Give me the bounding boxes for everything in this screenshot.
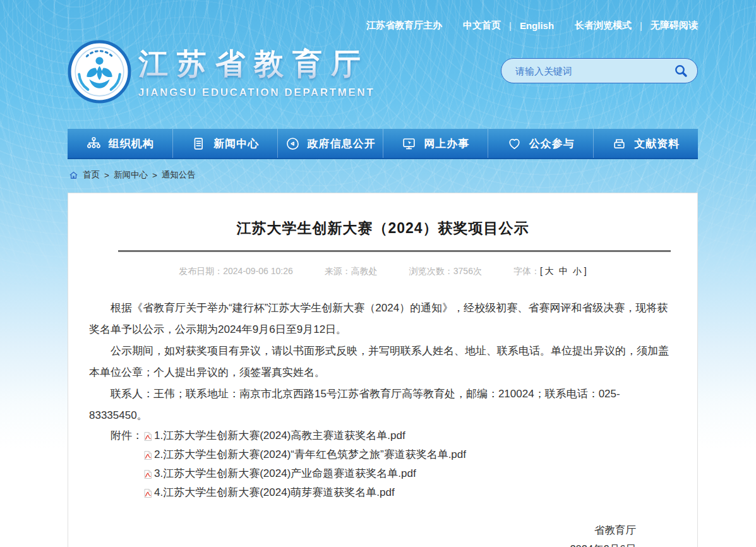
nav-item-label: 网上办事 <box>424 136 469 151</box>
publish-date: 发布日期：2024-09-06 10:26 <box>179 266 293 277</box>
attachment-name: 4.江苏大学生创新大赛(2024)萌芽赛道获奖名单.pdf <box>154 483 395 502</box>
paragraph-objection: 公示期间，如对获奖项目有异议，请以书面形式反映，并写明联系人姓名、地址、联系电话… <box>89 340 676 383</box>
attachment-row: 2.江苏大学生创新大赛(2024)“青年红色筑梦之旅”赛道获奖名单.pdf <box>89 445 676 464</box>
sitemap-icon <box>86 136 102 152</box>
nav-item-news-center[interactable]: 新闻中心 <box>173 129 279 158</box>
source: 来源：高教处 <box>325 266 378 277</box>
topbar-accessibility-group: 长者浏览模式 | 无障碍阅读 <box>575 20 698 32</box>
attachment-link-3[interactable]: 3.江苏大学生创新大赛(2024)产业命题赛道获奖名单.pdf <box>143 464 416 483</box>
signature-org: 省教育厅 <box>89 520 636 539</box>
attachments-label: 附件： <box>111 426 143 445</box>
topbar-accessibility-link[interactable]: 无障碍阅读 <box>651 20 698 32</box>
paragraph-basis: 根据《省教育厅关于举办“建行杯”江苏大学生创新大赛（2024）的通知》，经校级初… <box>89 298 676 340</box>
font-size-control: 字体：[大中小] <box>513 266 587 277</box>
site-header: 江苏省教育厅 JIANGSU EDUCATION DEPARTMENT <box>68 38 698 126</box>
pdf-icon <box>143 488 153 498</box>
site-title-block: 江苏省教育厅 JIANGSU EDUCATION DEPARTMENT <box>138 44 375 99</box>
paragraph-contact: 联系人：王伟；联系地址：南京市北京西路15号江苏省教育厅高等教育处，邮编：210… <box>89 383 676 426</box>
topbar-elder-mode-link[interactable]: 长者浏览模式 <box>575 20 632 32</box>
title-divider <box>118 250 671 252</box>
disclosure-icon <box>285 136 301 152</box>
font-size-small-button[interactable]: 小 <box>573 266 582 276</box>
font-size-medium-button[interactable]: 中 <box>559 266 568 276</box>
topbar-chinese-home-link[interactable]: 中文首页 <box>463 20 501 32</box>
breadcrumb: 首页 > 新闻中心 > 通知公告 <box>69 169 196 181</box>
article-panel: 江苏大学生创新大赛（2024）获奖项目公示 发布日期：2024-09-06 10… <box>68 193 698 547</box>
news-icon <box>191 136 207 152</box>
attachment-row: 4.江苏大学生创新大赛(2024)萌芽赛道获奖名单.pdf <box>89 483 676 502</box>
attachment-link-4[interactable]: 4.江苏大学生创新大赛(2024)萌芽赛道获奖名单.pdf <box>143 483 395 502</box>
separator: | <box>640 20 642 31</box>
nav-item-label: 公众参与 <box>529 136 575 151</box>
search-box <box>501 58 698 83</box>
nav-item-public-participation[interactable]: 公众参与 <box>488 129 594 158</box>
archive-icon <box>611 136 627 152</box>
monitor-icon <box>401 136 417 152</box>
nav-item-online-services[interactable]: 网上办事 <box>383 129 489 158</box>
attachment-name: 2.江苏大学生创新大赛(2024)“青年红色筑梦之旅”赛道获奖名单.pdf <box>154 445 466 464</box>
pdf-icon <box>143 431 153 442</box>
breadcrumb-news-center-link[interactable]: 新闻中心 <box>114 169 148 181</box>
breadcrumb-current: 通知公告 <box>162 169 196 181</box>
breadcrumb-separator: > <box>104 171 109 180</box>
article-meta: 发布日期：2024-09-06 10:26 来源：高教处 浏览次数：3756次 … <box>89 266 676 277</box>
main-nav: 组织机构 新闻中心 政府信息公开 网上办事 <box>68 129 698 159</box>
page: 江苏省教育厅主办 中文首页 | English 长者浏览模式 | 无障碍阅读 <box>0 0 756 547</box>
view-count: 浏览次数：3756次 <box>409 266 482 277</box>
nav-item-label: 政府信息公开 <box>308 136 376 151</box>
site-subtitle: JIANGSU EDUCATION DEPARTMENT <box>138 87 375 99</box>
signature-block: 省教育厅 2024年9月6日 <box>89 520 676 547</box>
attachment-link-2[interactable]: 2.江苏大学生创新大赛(2024)“青年红色筑梦之旅”赛道获奖名单.pdf <box>143 445 466 464</box>
nav-item-label: 文献资料 <box>634 136 680 151</box>
nav-item-label: 组织机构 <box>109 136 154 151</box>
attachment-link-1[interactable]: 1.江苏大学生创新大赛(2024)高教主赛道获奖名单.pdf <box>143 426 405 445</box>
breadcrumb-separator: > <box>152 171 157 180</box>
article-body: 根据《省教育厅关于举办“建行杯”江苏大学生创新大赛（2024）的通知》，经校级初… <box>89 298 676 547</box>
nav-item-government-info[interactable]: 政府信息公开 <box>278 129 383 158</box>
attachment-row: 附件： 1.江苏大学生创新大赛(2024)高教主赛道获奖名单.pdf <box>89 426 676 445</box>
attachment-row: 3.江苏大学生创新大赛(2024)产业命题赛道获奖名单.pdf <box>89 464 676 483</box>
pdf-icon <box>143 469 153 479</box>
nav-item-documents[interactable]: 文献资料 <box>594 129 699 158</box>
article-title: 江苏大学生创新大赛（2024）获奖项目公示 <box>89 219 676 238</box>
top-utility-bar: 江苏省教育厅主办 中文首页 | English 长者浏览模式 | 无障碍阅读 <box>68 20 698 32</box>
bracket: ] <box>584 266 587 276</box>
font-size-large-button[interactable]: 大 <box>545 266 554 276</box>
separator: | <box>509 20 512 31</box>
home-icon <box>69 171 78 180</box>
search-button[interactable] <box>671 63 697 78</box>
breadcrumb-home-link[interactable]: 首页 <box>83 169 100 181</box>
education-department-emblem-icon <box>68 40 131 104</box>
pdf-icon <box>143 450 153 460</box>
topbar-host-link[interactable]: 江苏省教育厅主办 <box>366 20 442 32</box>
topbar-english-link[interactable]: English <box>520 20 554 31</box>
site-title: 江苏省教育厅 <box>138 44 375 84</box>
signature-date: 2024年9月6日 <box>89 539 636 547</box>
bracket: [ <box>540 266 543 276</box>
attachment-name: 3.江苏大学生创新大赛(2024)产业命题赛道获奖名单.pdf <box>154 464 416 483</box>
site-logo[interactable] <box>68 40 131 104</box>
search-input[interactable] <box>501 59 671 83</box>
search-icon <box>673 63 688 78</box>
font-size-label: 字体： <box>513 266 540 276</box>
nav-item-label: 新闻中心 <box>213 136 259 151</box>
nav-item-organization[interactable]: 组织机构 <box>68 129 173 158</box>
topbar-language-group: 中文首页 | English <box>463 20 554 32</box>
heart-icon <box>507 136 522 152</box>
attachment-name: 1.江苏大学生创新大赛(2024)高教主赛道获奖名单.pdf <box>154 426 405 445</box>
